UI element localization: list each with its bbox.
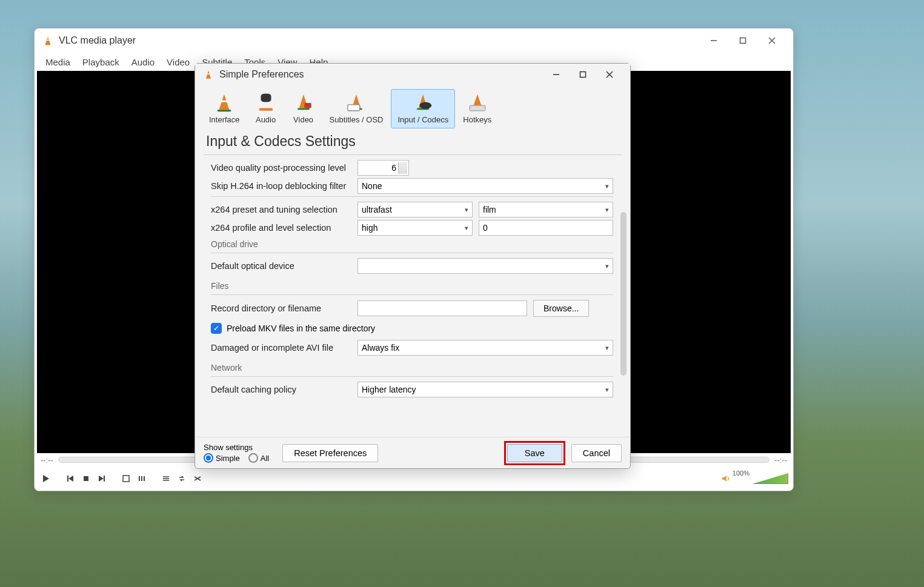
video-icon: [293, 92, 314, 114]
fullscreen-button[interactable]: [119, 472, 133, 485]
svg-rect-29: [221, 101, 228, 102]
menu-media[interactable]: Media: [41, 55, 75, 70]
menu-audio[interactable]: Audio: [127, 55, 159, 70]
tab-label: Audio: [256, 115, 276, 124]
svg-rect-15: [141, 476, 142, 481]
avi-label: Damaged or incomplete AVI file: [211, 343, 351, 353]
scrollbar[interactable]: [620, 212, 627, 376]
x264-profile-combo[interactable]: high: [357, 220, 473, 236]
show-settings-label: Show settings: [204, 443, 269, 452]
prefs-maximize-button[interactable]: [570, 65, 596, 84]
tab-label: Subtitles / OSD: [330, 115, 384, 124]
volume-label: 100%: [733, 469, 750, 477]
preload-mkv-checkbox[interactable]: ✓: [211, 323, 222, 334]
record-dir-input[interactable]: [357, 300, 527, 316]
prefs-minimize-button[interactable]: [543, 65, 570, 84]
pp-level-spinner[interactable]: 6 ▲▼: [357, 160, 409, 176]
x264-profile-label: x264 profile and level selection: [211, 223, 351, 233]
svg-marker-8: [68, 476, 73, 482]
files-group-title: Files: [211, 281, 613, 291]
prefs-titlebar: Simple Preferences: [195, 64, 630, 85]
hotkeys-icon: [467, 92, 488, 114]
menu-playback[interactable]: Playback: [78, 55, 124, 70]
divider: [204, 154, 622, 155]
svg-marker-11: [99, 476, 104, 482]
svg-rect-12: [104, 476, 105, 482]
codecs-icon: [412, 92, 434, 114]
close-button[interactable]: [758, 31, 786, 50]
browse-button[interactable]: Browse...: [533, 300, 589, 317]
record-dir-label: Record directory or filename: [211, 303, 351, 313]
reset-preferences-button[interactable]: Reset Preferences: [282, 444, 378, 462]
pp-level-value: 6: [391, 163, 396, 173]
preload-mkv-label: Preload MKV files in the same directory: [227, 323, 375, 333]
svg-marker-20: [722, 476, 726, 482]
radio-simple-label: Simple: [216, 454, 240, 463]
svg-rect-13: [123, 476, 129, 482]
tab-label: Video: [293, 115, 313, 124]
speaker-icon[interactable]: [722, 474, 730, 483]
prefs-heading: Input & Codecs Settings: [195, 128, 630, 152]
tab-audio[interactable]: Audio: [248, 89, 284, 128]
radio-simple[interactable]: [204, 453, 213, 463]
menu-video[interactable]: Video: [162, 55, 194, 70]
svg-rect-22: [207, 74, 210, 75]
playlist-button[interactable]: [159, 472, 173, 485]
prev-button[interactable]: [64, 472, 77, 485]
vlc-cone-icon: [42, 35, 54, 47]
tab-hotkeys[interactable]: Hotkeys: [456, 89, 498, 128]
audio-icon: [255, 92, 277, 114]
volume-slider[interactable]: [752, 473, 788, 484]
save-button-highlight: Save: [504, 441, 565, 465]
svg-rect-24: [580, 72, 586, 78]
minimize-button[interactable]: [700, 31, 728, 50]
save-button[interactable]: Save: [507, 444, 562, 462]
play-button[interactable]: [39, 472, 53, 485]
svg-rect-33: [304, 103, 311, 108]
svg-rect-14: [139, 476, 140, 481]
svg-marker-40: [473, 95, 482, 107]
vlc-titlebar: VLC media player: [35, 28, 793, 53]
x264-level-input[interactable]: 0: [479, 220, 613, 236]
x264-tuning-combo[interactable]: film: [479, 202, 613, 217]
deblock-label: Skip H.264 in-loop deblocking filter: [211, 181, 351, 191]
deblock-combo[interactable]: None: [357, 178, 613, 194]
next-button[interactable]: [95, 472, 108, 485]
tab-video[interactable]: Video: [285, 89, 322, 128]
svg-rect-28: [218, 110, 231, 111]
x264-preset-combo[interactable]: ultrafast: [357, 202, 473, 217]
svg-rect-16: [144, 476, 145, 481]
prefs-title: Simple Preferences: [219, 69, 543, 80]
optical-device-combo[interactable]: [357, 258, 613, 274]
time-elapsed: --:--: [41, 456, 53, 465]
prefs-body: Video quality post-processing level 6 ▲▼…: [195, 158, 630, 437]
optical-group-title: Optical drive: [211, 239, 613, 249]
maximize-button[interactable]: [729, 31, 757, 50]
radio-all[interactable]: [248, 453, 258, 463]
time-total: --:--: [774, 456, 787, 465]
prefs-close-button[interactable]: [596, 65, 623, 84]
tab-input-codecs[interactable]: Input / Codecs: [391, 89, 455, 128]
vlc-cone-icon: [202, 68, 214, 81]
svg-rect-32: [297, 108, 310, 110]
vlc-window-title: VLC media player: [59, 35, 700, 46]
radio-all-label: All: [261, 454, 269, 463]
svg-rect-9: [67, 476, 68, 482]
stop-button[interactable]: [79, 472, 93, 485]
interface-icon: [213, 92, 235, 114]
cancel-button[interactable]: Cancel: [571, 444, 622, 462]
tab-subtitles[interactable]: Subtitles / OSD: [323, 89, 390, 128]
tab-label: Hotkeys: [463, 115, 491, 124]
cache-policy-label: Default caching policy: [211, 385, 351, 394]
ext-settings-button[interactable]: [135, 472, 148, 485]
subtitles-icon: [345, 92, 367, 114]
svg-rect-30: [259, 108, 273, 111]
shuffle-button[interactable]: [191, 472, 204, 485]
loop-button[interactable]: [175, 472, 188, 485]
tab-interface[interactable]: Interface: [202, 89, 247, 128]
svg-point-39: [420, 102, 432, 109]
cache-policy-combo[interactable]: Higher latency: [357, 382, 613, 397]
avi-combo[interactable]: Always fix: [357, 340, 613, 356]
svg-rect-41: [470, 105, 485, 111]
svg-rect-2: [47, 38, 50, 39]
